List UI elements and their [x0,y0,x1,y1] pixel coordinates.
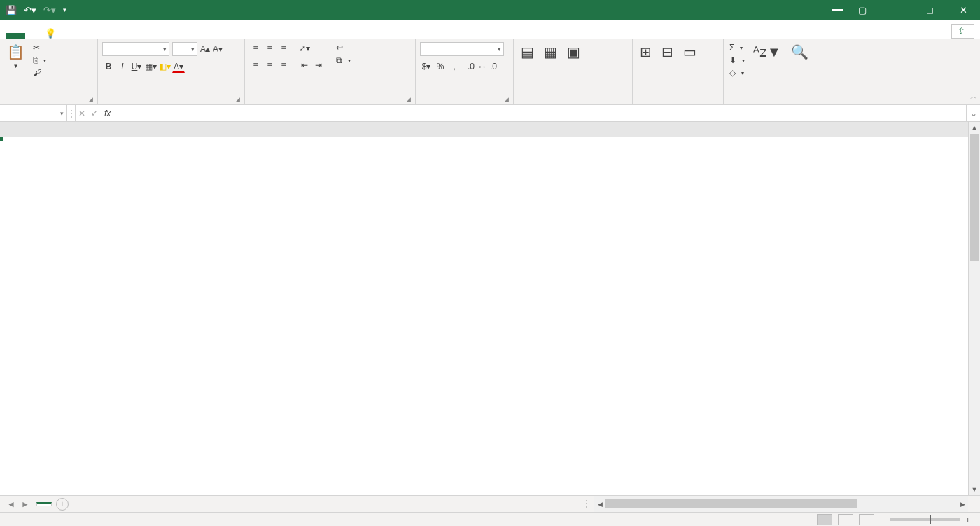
bold-button[interactable]: B [102,60,115,73]
comma-format-icon[interactable]: , [448,60,461,73]
name-box[interactable] [0,105,67,121]
italic-button[interactable]: I [116,60,129,73]
dialog-launcher-icon[interactable]: ◢ [504,96,509,103]
share-button[interactable]: ⇪ [951,24,974,39]
fill-color-button[interactable]: ◧▾ [158,60,171,73]
tab-split-icon[interactable]: ⋮ [582,499,591,508]
cut-button[interactable]: ✂ [31,42,48,53]
undo-icon[interactable]: ↶▾ [24,5,36,15]
sheet-nav-next-icon[interactable]: ► [21,499,29,509]
tab-file[interactable] [6,33,25,39]
cancel-formula-icon[interactable]: ✕ [78,109,85,118]
sort-filter-button[interactable]: ᴬᴢ▼ [750,42,784,63]
horizontal-scrollbar[interactable]: ◀ ▶ [594,496,968,512]
accounting-format-icon[interactable]: $▾ [420,60,433,73]
expand-formula-bar-icon[interactable]: ⌄ [966,105,980,121]
font-name-select[interactable] [102,42,169,56]
increase-font-icon[interactable]: A▴ [200,44,210,54]
number-format-select[interactable] [420,42,504,56]
cond-format-icon: ▤ [521,43,534,60]
dialog-launcher-icon[interactable]: ◢ [88,96,93,103]
scroll-right-icon[interactable]: ▶ [957,501,968,508]
align-right-icon[interactable]: ≡ [277,59,290,71]
align-center-icon[interactable]: ≡ [263,59,276,71]
conditional-formatting-button[interactable]: ▤ [518,42,537,63]
page-layout-view-icon[interactable] [838,514,853,525]
namebox-resize-icon[interactable]: ⋮ [67,105,76,121]
format-painter-button[interactable]: 🖌 [31,67,48,78]
sheet-tab[interactable] [36,502,52,506]
enter-formula-icon[interactable]: ✓ [91,109,98,118]
align-bottom-icon[interactable]: ≡ [277,42,290,55]
normal-view-icon[interactable] [817,514,832,525]
insert-cells-button[interactable]: ⊞ [637,42,654,63]
decrease-font-icon[interactable]: A▾ [213,44,223,54]
vertical-scrollbar[interactable]: ▲ ▼ [968,122,980,495]
save-icon[interactable]: 💾 [6,5,17,15]
page-break-view-icon[interactable] [859,514,874,525]
selection-outline [0,137,3,140]
sort-icon: ᴬᴢ▼ [753,43,781,60]
sheet-nav-prev-icon[interactable]: ◄ [7,499,15,509]
dialog-launcher-icon[interactable]: ◢ [406,96,411,103]
paste-button[interactable]: 📋 ▼ [4,42,27,71]
table-icon: ▦ [544,43,557,60]
merge-center-button[interactable]: ⧉▾ [335,55,352,66]
group-alignment: ≡≡≡ ⤢▾ ≡≡≡ ⇤⇥ ↩ ⧉▾ ◢ [245,39,416,104]
fill-down-icon: ⬇ [729,55,736,65]
fx-icon[interactable]: fx [102,105,113,121]
underline-button[interactable]: U▾ [130,60,143,73]
group-styles: ▤ ▦ ▣ [514,39,633,104]
dialog-launcher-icon[interactable]: ◢ [235,96,240,103]
zoom-in-icon[interactable]: + [966,515,970,524]
align-middle-icon[interactable]: ≡ [263,42,276,55]
minimize-icon[interactable]: — [882,0,910,20]
sign-in-button[interactable] [832,9,843,11]
select-all-corner[interactable] [0,122,22,137]
decrease-decimal-icon[interactable]: ←.0 [483,60,496,73]
redo-icon[interactable]: ↷▾ [43,5,56,15]
scroll-down-icon[interactable]: ▼ [969,484,980,495]
formula-input[interactable] [113,105,966,121]
copy-button[interactable]: ⎘▾ [31,55,48,66]
qat-customize-icon[interactable]: ▾ [63,6,66,13]
fill-button[interactable]: ⬇▾ [728,55,746,66]
insert-icon: ⊞ [640,43,652,60]
vscroll-thumb[interactable] [970,134,979,261]
wrap-icon: ↩ [336,43,343,53]
decrease-indent-icon[interactable]: ⇤ [298,59,311,71]
sheet-tab-bar: ◄ ► + ⋮ ◀ ▶ [0,495,980,512]
spreadsheet-grid[interactable] [0,122,980,495]
hscroll-thumb[interactable] [606,499,858,508]
share-icon: ⇪ [958,26,965,36]
zoom-slider[interactable] [890,518,960,521]
align-left-icon[interactable]: ≡ [249,59,262,71]
ribbon-display-icon[interactable]: ▢ [848,0,876,20]
font-size-select[interactable] [172,42,197,56]
font-color-button[interactable]: A▾ [172,60,185,73]
tell-me[interactable]: 💡 [45,28,62,39]
align-top-icon[interactable]: ≡ [249,42,262,55]
increase-indent-icon[interactable]: ⇥ [312,59,325,71]
collapse-ribbon-icon[interactable]: ︿ [970,92,977,102]
clear-button[interactable]: ◇▾ [728,67,746,78]
format-as-table-button[interactable]: ▦ [541,42,560,63]
title-bar: 💾 ↶▾ ↷▾ ▾ ▢ — ◻ ✕ [0,0,980,20]
copy-icon: ⎘ [33,55,38,65]
maximize-icon[interactable]: ◻ [916,0,944,20]
percent-format-icon[interactable]: % [434,60,447,73]
increase-decimal-icon[interactable]: .0→ [469,60,482,73]
orientation-icon[interactable]: ⤢▾ [298,42,311,55]
delete-cells-button[interactable]: ⊟ [659,42,676,63]
add-sheet-button[interactable]: + [56,498,69,511]
cell-styles-button[interactable]: ▣ [564,42,583,63]
find-select-button[interactable]: 🔍 [788,42,811,63]
border-button[interactable]: ▦▾ [144,60,157,73]
format-cells-button[interactable]: ▭ [680,42,699,63]
wrap-text-button[interactable]: ↩ [335,42,352,53]
scroll-up-icon[interactable]: ▲ [969,122,980,133]
zoom-out-icon[interactable]: − [880,515,884,524]
close-icon[interactable]: ✕ [949,0,977,20]
autosum-button[interactable]: Σ▾ [728,42,746,53]
scroll-left-icon[interactable]: ◀ [594,501,606,508]
